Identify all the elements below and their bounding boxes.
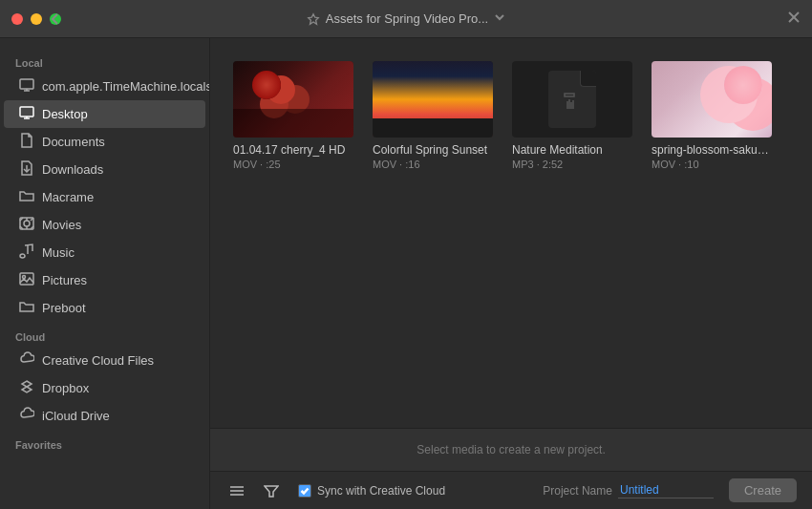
music-icon	[19, 244, 34, 262]
sidebar: Local com.apple.TimeMachine.localsnapsho…	[0, 38, 210, 509]
sidebar-item-time-machine[interactable]: com.apple.TimeMachine.localsnapshots	[4, 73, 205, 100]
filter-button[interactable]	[260, 479, 283, 502]
window-title-area: Assets for Spring Video Pro...	[307, 11, 505, 26]
media-item-blossom[interactable]: spring-blossom-sakura-Z7Q... MOV · :10	[652, 61, 772, 170]
icloud-icon	[19, 407, 34, 425]
media-meta-blossom: MOV · :10	[652, 159, 772, 170]
svg-point-11	[24, 221, 30, 226]
titlebar: Assets for Spring Video Pro...	[0, 0, 812, 38]
sidebar-item-icloud[interactable]: iCloud Drive	[4, 402, 205, 430]
media-title-cherry: 01.04.17 cherry_4 HD	[233, 143, 353, 157]
close-dot[interactable]	[11, 13, 23, 25]
media-meta-cherry: MOV · :25	[233, 159, 353, 170]
footer-bar: Sync with Creative Cloud Copy Media Proj…	[210, 471, 812, 509]
sidebar-item-pictures[interactable]: Pictures	[4, 266, 205, 294]
sync-checkbox[interactable]	[298, 484, 311, 498]
sidebar-item-preboot[interactable]: Preboot	[4, 294, 205, 322]
media-info-sunset: Colorful Spring Sunset MOV · :16	[373, 143, 493, 170]
media-title-blossom: spring-blossom-sakura-Z7Q...	[652, 143, 772, 157]
sync-label: Sync with Creative Cloud	[317, 484, 445, 498]
folder-icon	[19, 188, 34, 206]
content-area: 01.04.17 cherry_4 HD MOV · :25 Colorful …	[210, 38, 812, 509]
sidebar-item-label: Downloads	[42, 162, 103, 177]
sidebar-item-movies[interactable]: Movies	[4, 211, 205, 239]
sidebar-item-label: Movies	[42, 218, 81, 232]
media-item-sunset[interactable]: Colorful Spring Sunset MOV · :16	[373, 61, 493, 170]
sidebar-item-label: Documents	[42, 135, 105, 149]
local-section-label: Local	[0, 48, 209, 73]
dropbox-icon	[19, 379, 34, 397]
media-thumb-blossom	[652, 61, 772, 138]
sidebar-item-label: Pictures	[42, 273, 87, 287]
project-name-row: Project Name	[543, 482, 714, 498]
svg-rect-21	[565, 94, 574, 96]
media-thumb-meditation	[512, 61, 632, 138]
sidebar-item-label: Music	[42, 245, 75, 260]
sidebar-item-documents[interactable]: Documents	[4, 128, 205, 156]
svg-marker-20	[22, 381, 32, 392]
sidebar-item-dropbox[interactable]: Dropbox	[4, 374, 205, 402]
monitor-icon	[19, 77, 34, 95]
sidebar-item-music[interactable]: Music	[4, 239, 205, 266]
media-title-sunset: Colorful Spring Sunset	[373, 143, 493, 157]
star-icon	[307, 12, 320, 26]
favorites-section-label: Favorites	[0, 430, 209, 455]
sidebar-item-desktop[interactable]: Desktop	[4, 100, 205, 128]
media-info-meditation: Nature Meditation MP3 · 2:52	[512, 143, 632, 170]
window-close-button[interactable]	[787, 11, 801, 28]
select-prompt: Select media to create a new project.	[225, 443, 797, 456]
svg-rect-3	[20, 79, 33, 89]
desktop-icon	[19, 105, 34, 123]
pictures-icon	[19, 271, 34, 289]
cloud-section-label: Cloud	[0, 322, 209, 347]
folder-icon	[19, 299, 34, 317]
create-button[interactable]: Create	[729, 478, 797, 502]
window-title: Assets for Spring Video Pro...	[326, 11, 488, 26]
media-title-meditation: Nature Meditation	[512, 143, 632, 157]
media-info-blossom: spring-blossom-sakura-Z7Q... MOV · :10	[652, 143, 772, 170]
back-button[interactable]	[48, 11, 63, 27]
project-name-label: Project Name	[543, 484, 612, 498]
media-grid: 01.04.17 cherry_4 HD MOV · :25 Colorful …	[210, 38, 812, 428]
svg-rect-6	[20, 107, 33, 117]
cloud-icon	[19, 351, 34, 370]
project-name-input[interactable]	[618, 482, 714, 498]
sidebar-item-label: Creative Cloud Files	[42, 353, 154, 368]
media-thumb-cherry	[233, 61, 353, 138]
media-item-meditation[interactable]: Nature Meditation MP3 · 2:52	[512, 61, 632, 170]
media-item-cherry[interactable]: 01.04.17 cherry_4 HD MOV · :25	[233, 61, 353, 170]
sidebar-item-creative-cloud[interactable]: Creative Cloud Files	[4, 347, 205, 374]
media-meta-sunset: MOV · :16	[373, 159, 493, 170]
minimize-dot[interactable]	[31, 13, 42, 25]
footer-left	[225, 479, 283, 502]
sidebar-item-label: Dropbox	[42, 381, 89, 395]
status-bar: Select media to create a new project.	[210, 428, 812, 471]
sidebar-item-label: Macrame	[42, 190, 94, 204]
title-dropdown[interactable]	[494, 11, 505, 26]
audio-file-icon	[548, 71, 596, 128]
svg-marker-29	[265, 486, 278, 497]
svg-marker-0	[309, 13, 319, 24]
sidebar-item-label: iCloud Drive	[42, 409, 110, 423]
movies-icon	[19, 216, 34, 234]
media-meta-meditation: MP3 · 2:52	[512, 159, 632, 170]
sidebar-item-label: Preboot	[42, 301, 86, 315]
menu-button[interactable]	[225, 479, 248, 502]
media-info-cherry: 01.04.17 cherry_4 HD MOV · :25	[233, 143, 353, 170]
svg-rect-18	[20, 273, 33, 285]
sidebar-item-downloads[interactable]: Downloads	[4, 156, 205, 183]
sidebar-item-label: Desktop	[42, 107, 88, 121]
download-icon	[19, 160, 34, 179]
main-area: Local com.apple.TimeMachine.localsnapsho…	[0, 38, 812, 509]
media-thumb-sunset	[373, 61, 493, 138]
sidebar-item-label: com.apple.TimeMachine.localsnapshots	[42, 79, 210, 94]
document-icon	[19, 133, 34, 151]
sidebar-item-macrame[interactable]: Macrame	[4, 183, 205, 211]
